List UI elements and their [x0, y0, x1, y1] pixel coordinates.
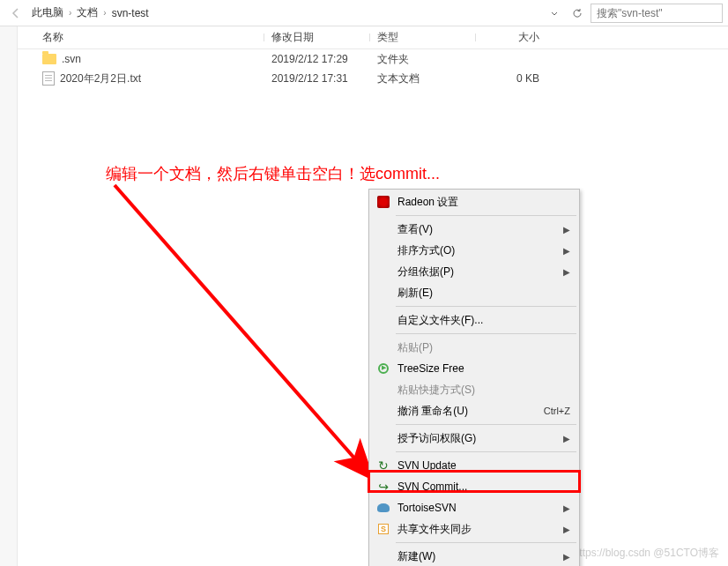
dropdown-icon[interactable]: [545, 4, 564, 23]
chevron-right-icon: ▶: [563, 225, 570, 235]
refresh-icon[interactable]: [568, 4, 587, 23]
menu-separator: [396, 424, 576, 425]
breadcrumb-root[interactable]: 此电脑: [32, 5, 63, 20]
tortoise-icon: [377, 503, 390, 512]
column-size[interactable]: 大小: [476, 30, 546, 45]
file-row[interactable]: 2020年2月2日.txt 2019/2/12 17:31 文本文档 0 KB: [18, 69, 728, 88]
file-date: 2019/2/12 17:31: [264, 72, 370, 85]
file-date: 2019/2/12 17:29: [264, 53, 370, 65]
menu-view[interactable]: 查看(V)▶: [371, 219, 577, 240]
treesize-icon: [378, 363, 389, 374]
chevron-right-icon: ▶: [563, 434, 570, 443]
chevron-right-icon: ▶: [563, 525, 570, 534]
menu-radeon[interactable]: Radeon 设置: [371, 191, 577, 212]
sidebar: [0, 26, 18, 566]
chevron-right-icon: ▶: [563, 267, 570, 277]
file-size: 0 KB: [476, 72, 546, 85]
svn-commit-icon: ↩: [376, 480, 390, 494]
chevron-right-icon: ▶: [563, 503, 570, 513]
chevron-right-icon: ›: [69, 8, 71, 18]
search-input[interactable]: [591, 4, 723, 23]
chevron-right-icon: ›: [103, 8, 106, 18]
menu-separator: [396, 306, 576, 307]
menu-separator: [396, 333, 576, 334]
back-button[interactable]: [5, 3, 26, 24]
folder-icon: [42, 54, 56, 64]
menu-refresh[interactable]: 刷新(E): [371, 282, 577, 303]
menu-sync[interactable]: S共享文件夹同步▶: [371, 518, 577, 540]
menu-paste: 粘贴(P): [371, 337, 577, 358]
column-date[interactable]: 修改日期: [264, 30, 370, 45]
svn-update-icon: ↻: [376, 458, 390, 473]
sync-icon: S: [378, 524, 389, 534]
menu-treesize[interactable]: TreeSize Free: [371, 358, 577, 379]
menu-grant-access[interactable]: 授予访问权限(G)▶: [371, 428, 577, 449]
svg-line-0: [115, 185, 370, 476]
column-name[interactable]: 名称: [35, 30, 264, 45]
context-menu: Radeon 设置 查看(V)▶ 排序方式(O)▶ 分组依据(P)▶ 刷新(E)…: [368, 189, 580, 566]
breadcrumb[interactable]: 此电脑 › 文档 › svn-test: [26, 5, 545, 20]
watermark: https://blog.csdn @51CTO博客: [574, 546, 719, 561]
breadcrumb-folder1[interactable]: 文档: [77, 5, 98, 20]
menu-separator: [396, 451, 576, 452]
menu-tortoisesvn[interactable]: TortoiseSVN▶: [371, 497, 577, 518]
file-type: 文本文档: [370, 71, 476, 86]
chevron-right-icon: ▶: [563, 552, 570, 562]
file-row[interactable]: .svn 2019/2/12 17:29 文件夹: [18, 49, 728, 69]
file-type: 文件夹: [370, 52, 476, 67]
annotation-arrow: [106, 176, 388, 494]
shortcut-label: Ctrl+Z: [544, 406, 570, 416]
menu-undo[interactable]: 撤消 重命名(U)Ctrl+Z: [371, 400, 577, 421]
annotation-text: 编辑一个文档，然后右键单击空白！选commit...: [106, 163, 440, 184]
column-headers: 名称 修改日期 类型 大小: [18, 26, 728, 49]
file-name: 2020年2月2日.txt: [60, 71, 141, 86]
breadcrumb-folder2[interactable]: svn-test: [112, 7, 149, 19]
menu-new[interactable]: 新建(W)▶: [371, 546, 577, 566]
menu-svn-update[interactable]: ↻SVN Update: [371, 455, 577, 476]
address-bar: 此电脑 › 文档 › svn-test: [0, 0, 728, 26]
menu-sort[interactable]: 排序方式(O)▶: [371, 240, 577, 261]
radeon-icon: [377, 196, 390, 208]
text-file-icon: [42, 71, 55, 86]
menu-customize[interactable]: 自定义文件夹(F)...: [371, 309, 577, 331]
menu-svn-commit[interactable]: ↩SVN Commit...: [371, 476, 577, 497]
file-list[interactable]: 名称 修改日期 类型 大小 .svn 2019/2/12 17:29 文件夹 2…: [18, 26, 728, 566]
file-name: .svn: [62, 53, 81, 65]
menu-separator: [396, 542, 576, 543]
menu-group[interactable]: 分组依据(P)▶: [371, 261, 577, 282]
chevron-right-icon: ▶: [563, 246, 570, 256]
column-type[interactable]: 类型: [370, 30, 476, 45]
menu-paste-shortcut: 粘贴快捷方式(S): [371, 379, 577, 400]
menu-separator: [396, 215, 576, 216]
